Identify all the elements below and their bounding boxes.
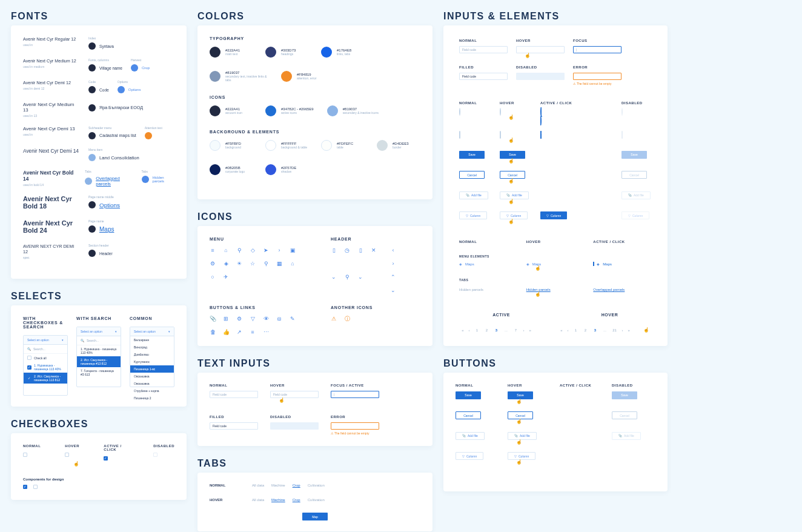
tab-hidden[interactable]: Hidden parcels [459, 288, 483, 291]
addfile-button[interactable]: 📎Add file [459, 191, 488, 199]
pg-current[interactable]: 3 [494, 328, 499, 332]
tab-alldata[interactable]: All data [252, 484, 264, 487]
tab-machine[interactable]: Machine [271, 498, 285, 502]
menu-maps[interactable]: ◈Maps [459, 262, 518, 266]
addfile-button[interactable]: 📎Add file [456, 432, 485, 440]
send-icon: ➤ [263, 247, 269, 253]
tab-cultivation[interactable]: Cultivation [308, 484, 325, 487]
pg[interactable]: 1 [475, 328, 480, 332]
tab-crop[interactable]: Crop [293, 484, 300, 487]
checkbox[interactable] [33, 485, 38, 489]
pagination[interactable]: «‹ 123...7 ›» [462, 328, 531, 333]
checkbox[interactable] [459, 131, 460, 139]
input-filled[interactable]: Field code [459, 73, 508, 80]
tab-alldata[interactable]: All data [252, 498, 264, 502]
h: ACTIVE / CLICK [593, 240, 652, 244]
input[interactable]: | [573, 46, 621, 53]
checkbox-checked[interactable] [104, 456, 108, 461]
lbl: Column [551, 214, 561, 218]
tab-cultivation[interactable]: Cultivation [308, 498, 325, 502]
checkbox-disabled [153, 453, 157, 457]
stop-icon: ▣ [290, 247, 296, 253]
radio[interactable] [500, 108, 501, 116]
first-icon[interactable]: « [560, 328, 562, 332]
pg[interactable]: 7 [514, 328, 519, 332]
tabs-heading: TABS [197, 458, 432, 469]
checkbox[interactable] [500, 131, 501, 139]
text-input-filled[interactable]: Field code [210, 422, 258, 430]
select-checkboxes[interactable]: Select an option▾ 🔍Search... Check all 1… [23, 335, 68, 396]
lbl: Add file [520, 434, 530, 437]
save-button[interactable]: Save [500, 151, 525, 159]
save-button[interactable]: Save [508, 391, 533, 399]
cursor-icon: ☝ [279, 397, 319, 403]
last-icon[interactable]: » [529, 328, 531, 332]
checkall: Check all [34, 356, 47, 360]
chevron-right-icon: › [390, 261, 396, 267]
next-icon[interactable]: › [622, 328, 623, 332]
prev-icon[interactable]: ‹ [469, 328, 470, 332]
pg: ... [603, 328, 608, 332]
column-button-active[interactable]: ▽Column [540, 211, 567, 219]
cursor-icon: ☝ [508, 115, 532, 120]
radio[interactable] [459, 108, 460, 116]
grid-icon: ▦ [276, 261, 282, 267]
save-button[interactable]: Save [456, 391, 481, 399]
text-input[interactable]: Field code [210, 391, 258, 398]
chevron-down-icon: ⌄ [331, 274, 337, 280]
clip-icon: 📎 [514, 434, 518, 437]
column-button[interactable]: ▽Column [459, 211, 487, 219]
addfile-button[interactable]: 📎Add file [508, 432, 537, 440]
last-icon[interactable]: » [628, 328, 630, 332]
text-input-disabled [270, 422, 319, 430]
pg-current[interactable]: 3 [593, 328, 598, 332]
tab-overlapped[interactable]: Overlapped parcels [593, 288, 625, 291]
opt: Отрубине + корпа [130, 387, 174, 394]
pagination[interactable]: «‹ 123...21 ›» ☝ [560, 328, 649, 333]
addfile-button[interactable]: 📎Add file [500, 191, 529, 199]
layers-icon: ◈ [223, 261, 229, 267]
select-common[interactable]: Select an option▾ Белокраня Виноград Дом… [130, 327, 174, 387]
save-button-disabled: Save [612, 391, 637, 399]
pg[interactable]: 2 [583, 328, 588, 332]
save-button[interactable]: Save [459, 151, 485, 159]
opt: Овсюковка [130, 380, 174, 387]
opt: Куртупенск [130, 358, 174, 365]
radio-on[interactable] [540, 107, 572, 125]
input[interactable]: Field code [459, 46, 508, 53]
active-label: ACTIVE [459, 313, 543, 317]
next-icon[interactable]: › [523, 328, 525, 332]
checkbox[interactable] [65, 453, 69, 457]
text-input-error[interactable] [331, 422, 379, 430]
text-input-focus[interactable]: | [331, 391, 379, 398]
ti-filled: FILLED [210, 415, 258, 419]
checkbox-checked[interactable] [23, 485, 27, 489]
prev-icon[interactable]: ‹ [568, 328, 569, 332]
clip-icon: 📎 [506, 193, 510, 197]
cancel-button[interactable]: Cancel [459, 171, 485, 179]
tab-crop[interactable]: Crop [293, 498, 300, 502]
external-icon: ↗ [236, 329, 242, 335]
ie-filled: FILLED [459, 65, 508, 69]
lbl: Column [511, 214, 521, 218]
pg[interactable]: 1 [574, 328, 578, 332]
warning-icon: ⚠ [331, 431, 333, 435]
cursor-icon: ☝ [516, 439, 551, 445]
pg[interactable]: 21 [612, 328, 617, 332]
select-search[interactable]: Select an option▾ 🔍Search... 1. Нурикишк… [76, 327, 121, 387]
input-error[interactable] [573, 73, 621, 80]
fonts-heading: FONTS [11, 11, 187, 22]
first-icon[interactable]: « [462, 328, 463, 332]
column-button[interactable]: ▽Column [456, 452, 483, 460]
radio-disabled [621, 108, 623, 116]
eye-icon: 👁 [263, 316, 269, 322]
pg[interactable]: 2 [485, 328, 489, 332]
ti-normal: NORMAL [210, 384, 258, 387]
menu-maps-active[interactable]: ◈Maps [593, 262, 652, 266]
tab-machine[interactable]: Machine [271, 484, 285, 487]
checkbox-on[interactable] [540, 131, 542, 139]
select-common-label: COMMON [130, 316, 174, 321]
map-button[interactable]: Map [302, 513, 328, 520]
checkbox[interactable] [23, 453, 27, 457]
cancel-button[interactable]: Cancel [456, 411, 481, 419]
